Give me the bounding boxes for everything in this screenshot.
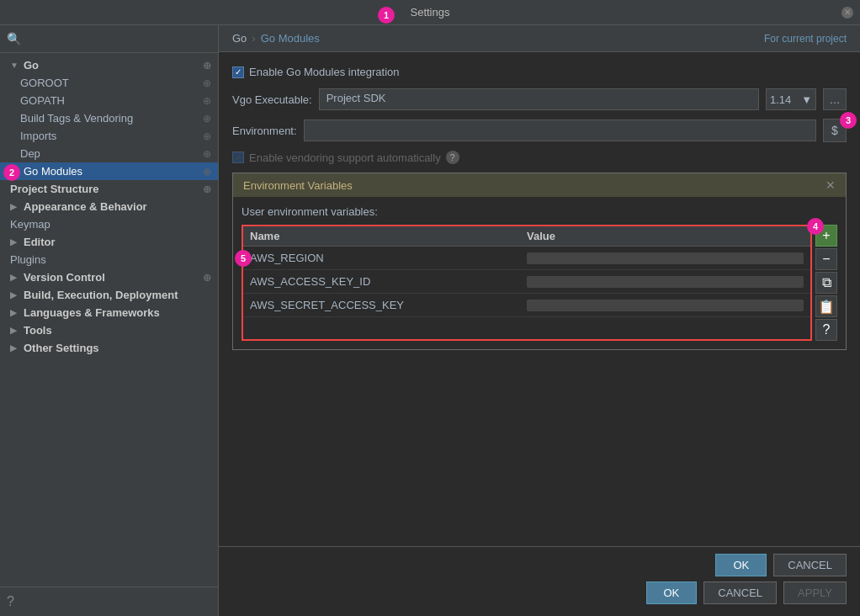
env-var-name: AWS_SECRET_ACCESS_KEY [250,299,527,311]
vgo-executable-select[interactable]: Project SDK [319,88,759,110]
add-icon[interactable]: ⊕ [203,183,211,195]
env-table-header: Name Value [243,226,810,247]
sidebar-item-label: GOROOT [20,77,69,89]
sidebar-item-label: Plugins [10,253,46,266]
sidebar-item-keymap[interactable]: Keymap [0,215,218,233]
add-icon[interactable]: ⊕ [203,148,211,160]
badge-5: 5 [235,250,252,267]
col-name-header: Name [250,230,527,242]
sidebar-item-version-control[interactable]: ▶ Version Control ⊕ [0,268,218,286]
breadcrumb-root: Go [232,32,247,45]
sidebar-item-other-settings[interactable]: ▶ Other Settings [0,339,218,357]
user-env-label: User environment variables: [242,205,837,218]
content-area: Go › Go Modules For current project ✓ En… [219,25,860,616]
env-panel-close-button[interactable]: ✕ [825,178,836,192]
sidebar-item-go[interactable]: ▼ Go ⊕ [0,56,218,74]
environment-input[interactable] [304,119,816,141]
copy-env-var-button[interactable]: ⧉ [815,272,837,294]
sidebar-item-editor[interactable]: ▶ Editor [0,233,218,251]
add-icon[interactable]: ⊕ [203,130,211,142]
sidebar-item-gopath[interactable]: GOPATH ⊕ [0,92,218,109]
sidebar-item-label: Build, Execution, Deployment [24,289,178,301]
sidebar-item-tools[interactable]: ▶ Tools [0,321,218,339]
for-current-project-label: For current project [764,33,847,45]
chevron-down-icon: ▼ [801,93,812,106]
env-panel-header: Environment Variables ✕ [233,173,846,197]
add-icon[interactable]: ⊕ [203,166,211,178]
table-row[interactable]: AWS_ACCESS_KEY_ID [243,270,810,294]
env-var-value-masked [527,252,804,264]
environment-label: Environment: [232,125,297,137]
sidebar-item-dep[interactable]: Dep ⊕ [0,145,218,162]
chevron-right-icon: ▶ [10,308,20,317]
vgo-executable-row: Vgo Executable: Project SDK 1.14 ▼ … [232,88,847,110]
help-icon[interactable]: ? [446,151,459,164]
sidebar-search-area[interactable]: 🔍 [0,25,218,53]
sidebar-item-languages[interactable]: ▶ Languages & Frameworks [0,304,218,321]
chevron-down-icon: ▼ [10,61,20,70]
sidebar-item-appearance[interactable]: ▶ Appearance & Behavior [0,198,218,215]
cancel-button-1[interactable]: CANCEL [773,554,847,576]
plus-icon: + [822,228,830,243]
sidebar-item-label: Languages & Frameworks [24,306,160,319]
help-icon: ? [823,322,831,337]
settings-body: ✓ Enable Go Modules integration Vgo Exec… [219,52,860,546]
ellipsis-icon: … [830,93,841,106]
env-panel-title: Environment Variables [243,179,353,192]
enable-go-modules-checkbox[interactable]: ✓ [232,66,244,78]
sidebar-item-project-structure[interactable]: Project Structure ⊕ [0,180,218,198]
vendoring-checkbox[interactable]: ✓ [232,151,244,163]
more-options-btn[interactable]: … [823,88,847,110]
enable-go-modules-label: Enable Go Modules integration [249,66,400,78]
help-icon[interactable]: ? [7,594,14,608]
paste-env-var-button[interactable]: 📋 [815,295,837,317]
breadcrumb: Go › Go Modules For current project [219,25,860,52]
sidebar-item-goroot[interactable]: GOROOT ⊕ [0,74,218,92]
add-icon[interactable]: ⊕ [203,95,211,107]
sidebar-item-imports[interactable]: Imports ⊕ [0,127,218,145]
sidebar-item-build-tags[interactable]: Build Tags & Vendoring ⊕ [0,109,218,127]
chevron-right-icon: ▶ [10,326,20,335]
sidebar-item-label: Tools [24,324,52,337]
version-select[interactable]: 1.14 ▼ [766,88,816,110]
sidebar-item-label: Other Settings [24,342,99,354]
chevron-right-icon: ▶ [10,290,20,300]
copy-icon: ⧉ [822,275,831,290]
sidebar-item-label: Go [24,59,39,72]
ok-button-1[interactable]: OK [715,554,767,576]
env-help-button[interactable]: ? [815,319,837,341]
remove-env-var-button[interactable]: − [815,248,837,270]
sidebar-item-label: Editor [24,236,56,248]
table-row[interactable]: AWS_REGION [243,247,810,270]
sidebar-item-label: Project Structure [10,183,98,195]
add-icon[interactable]: ⊕ [203,77,211,89]
env-var-value-masked [527,276,804,288]
sidebar-item-build-exec[interactable]: ▶ Build, Execution, Deployment [0,286,218,304]
chevron-right-icon: ▶ [10,237,20,247]
bottom-section: OK CANCEL OK CANCEL APPLY [219,546,860,616]
sidebar: 🔍 ▼ Go ⊕ GOROOT ⊕ GOPATH ⊕ Build Tags & … [0,25,219,616]
add-icon[interactable]: ⊕ [203,60,211,72]
badge-4: 4 [807,218,824,235]
title-bar: Settings 1 ✕ [0,0,860,25]
env-action-buttons: 4 + − ⧉ 📋 [815,225,837,341]
bottom-row-1: OK CANCEL [232,554,847,576]
apply-button[interactable]: APPLY [783,581,847,604]
env-var-name: AWS_ACCESS_KEY_ID [250,275,527,288]
sidebar-item-label: Appearance & Behavior [24,200,147,213]
ok-button-2[interactable]: OK [646,581,698,604]
cancel-button-2[interactable]: CANCEL [703,581,777,604]
sidebar-item-go-modules[interactable]: Go Modules ⊕ [0,162,218,180]
add-icon[interactable]: ⊕ [203,113,211,125]
badge-2: 2 [3,164,20,181]
add-icon[interactable]: ⊕ [203,272,211,284]
sidebar-item-label: Keymap [10,218,50,231]
vendoring-row: ✓ Enable vendoring support automatically… [232,151,847,164]
breadcrumb-separator: › [252,32,255,45]
enable-go-modules-row: ✓ Enable Go Modules integration [232,66,847,78]
minus-icon: − [822,252,830,267]
sidebar-item-plugins[interactable]: Plugins [0,251,218,268]
table-row[interactable]: AWS_SECRET_ACCESS_KEY [243,294,810,317]
badge-3: 3 [840,112,857,129]
close-button[interactable]: ✕ [841,7,853,19]
